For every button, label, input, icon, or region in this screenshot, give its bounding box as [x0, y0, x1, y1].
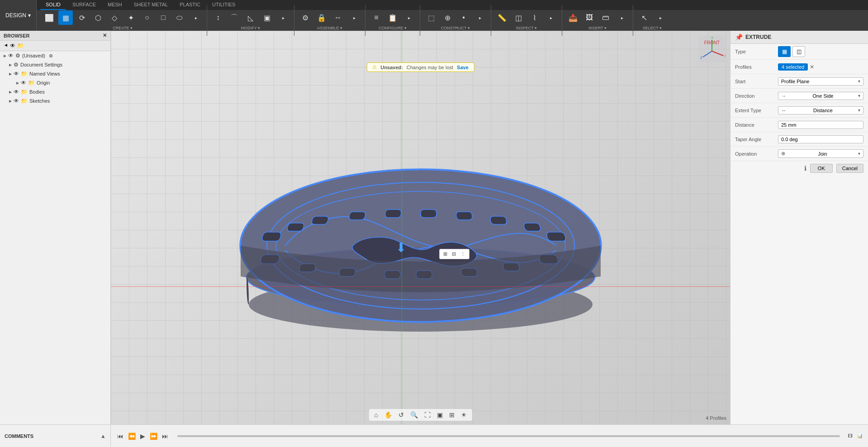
svg-rect-13 [523, 223, 541, 231]
taper-input[interactable] [778, 135, 863, 143]
create-more-icon[interactable]: ▸ [189, 10, 203, 25]
offset-plane-icon[interactable]: ⬚ [424, 10, 438, 25]
decal-icon[interactable]: 🖼 [582, 10, 597, 25]
timeline-start-icon[interactable]: ⏮ [116, 432, 124, 441]
fit-icon[interactable]: ⛶ [422, 410, 432, 419]
profiles-badge[interactable]: 4 selected [778, 63, 808, 71]
grid-icon[interactable]: ⊞ [447, 410, 456, 419]
type-surface-btn[interactable]: ◫ [792, 46, 805, 57]
timeline-next-icon[interactable]: ⏩ [149, 432, 158, 441]
thread-icon[interactable]: ⬭ [172, 10, 187, 25]
measure-icon[interactable]: 📏 [495, 10, 509, 25]
operation-icon: ⊕ [781, 151, 785, 157]
operation-row: Operation ⊕ Join ▾ [730, 147, 868, 161]
select-icon[interactable]: ↖ [637, 10, 651, 25]
section-analysis-icon[interactable]: ◫ [511, 10, 526, 25]
timeline-icon-a[interactable]: 🎞 [848, 433, 853, 438]
joint-icon[interactable]: ⚙ [298, 10, 313, 25]
insert-more-icon[interactable]: ▸ [615, 10, 629, 25]
mini-menu-icon[interactable]: ⋮ [459, 250, 467, 258]
timeline-icon-b[interactable]: 📊 [857, 433, 863, 438]
browser-item-unsaved[interactable]: ▶ 👁 ⚙ (Unsaved) ⚙ [0, 51, 110, 60]
viewport[interactable]: ⬇ ⊞ ⊟ ⋮ ⚠ Unsaved: Changes may be lost S… [111, 31, 730, 424]
browser-back-icon[interactable]: ◄ [4, 43, 8, 49]
display-icon[interactable]: ▣ [435, 410, 445, 419]
cancel-button[interactable]: Cancel [836, 164, 863, 173]
browser-item-sketches[interactable]: ▶ 👁 📁 Sketches [0, 96, 110, 105]
assemble-more-icon[interactable]: ▸ [347, 10, 361, 25]
comments-collapse-btn[interactable]: ▲ [100, 433, 106, 439]
profiles-control: 4 selected ✕ [778, 63, 863, 71]
browser-folder-icon[interactable]: 📁 [17, 43, 24, 49]
press-pull-icon[interactable]: ↕ [211, 10, 225, 25]
browser-label-unsaved: (Unsaved) [22, 53, 45, 58]
select-more-icon[interactable]: ▸ [653, 10, 668, 25]
new-body-icon[interactable]: ⬜ [42, 10, 57, 25]
timeline-end-icon[interactable]: ⏭ [161, 432, 169, 441]
svg-rect-12 [489, 216, 507, 224]
comments-title: COMMENTS [5, 433, 33, 439]
type-solid-btn[interactable]: ▦ [778, 46, 791, 57]
zoom-icon[interactable]: 🔍 [408, 410, 420, 419]
extent-label: Extent Type [735, 108, 778, 113]
rigid-icon[interactable]: 🔒 [314, 10, 329, 25]
section-inspect: 📏 ◫ ⌇ ▸ INSPECT ▾ [491, 5, 562, 36]
operation-arrow-icon: ▾ [858, 151, 860, 156]
taper-control [778, 135, 863, 143]
motion-icon[interactable]: ↔ [331, 10, 345, 25]
save-button[interactable]: Save [457, 65, 469, 70]
timeline-prev-icon[interactable]: ⏪ [127, 432, 137, 441]
pin-icon[interactable]: 📌 [735, 33, 743, 41]
revolve-icon[interactable]: ⟳ [75, 10, 89, 25]
home-view-icon[interactable]: ⌂ [372, 410, 379, 419]
svg-text:Z: Z [700, 56, 702, 60]
hole-icon[interactable]: □ [156, 10, 171, 25]
loft-icon[interactable]: ◇ [107, 10, 122, 25]
param-icon[interactable]: ≡ [369, 10, 384, 25]
fillet-icon[interactable]: ⌒ [227, 10, 242, 25]
profiles-label: Profiles [735, 64, 778, 70]
mini-toolbar[interactable]: ⊞ ⊟ ⋮ [439, 249, 470, 259]
distance-input[interactable] [778, 121, 863, 129]
timeline-play-icon[interactable]: ▶ [139, 432, 146, 441]
inspect-more-icon[interactable]: ▸ [544, 10, 558, 25]
shell-icon[interactable]: ▣ [260, 10, 274, 25]
rib-icon[interactable]: ✦ [123, 10, 138, 25]
sweep-icon[interactable]: ⬡ [91, 10, 105, 25]
operation-dropdown[interactable]: ⊕ Join ▾ [778, 149, 863, 158]
axis-icon[interactable]: ⊕ [440, 10, 455, 25]
operation-label: Operation [735, 151, 778, 157]
distance-row: Distance [730, 118, 868, 132]
browser-item-bodies[interactable]: ▶ 👁 📁 Bodies [0, 87, 110, 96]
timeline-bar[interactable] [177, 435, 840, 437]
direction-dropdown[interactable]: → One Side ▾ [778, 92, 863, 100]
import-mesh-icon[interactable]: 📥 [566, 10, 580, 25]
web-icon[interactable]: ○ [140, 10, 154, 25]
start-dropdown[interactable]: Profile Plane ▾ [778, 77, 863, 86]
start-value: Profile Plane [781, 79, 809, 84]
curvature-icon[interactable]: ⌇ [527, 10, 542, 25]
orbit-icon[interactable]: ↺ [397, 410, 406, 419]
section-configure: ≡ 📋 ▸ CONFIGURE ▾ [365, 5, 420, 36]
browser-item-namedviews[interactable]: ▶ 👁 📁 Named Views [0, 69, 110, 78]
rule-icon[interactable]: 📋 [385, 10, 400, 25]
mini-icon-1[interactable]: ⊞ [441, 250, 449, 258]
chamfer-icon[interactable]: ◺ [243, 10, 258, 25]
mini-icon-2[interactable]: ⊟ [450, 250, 458, 258]
profiles-clear-btn[interactable]: ✕ [810, 64, 814, 70]
browser-item-origin[interactable]: ▶ 👁 📁 Origin [0, 78, 110, 87]
canvas-icon[interactable]: 🗃 [598, 10, 613, 25]
design-menu[interactable]: DESIGN ▾ [0, 0, 37, 31]
point-icon[interactable]: • [456, 10, 471, 25]
pan-icon[interactable]: ✋ [383, 410, 394, 419]
construct-more-icon[interactable]: ▸ [473, 10, 487, 25]
extent-dropdown[interactable]: ↔ Distance ▾ [778, 106, 863, 114]
browser-item-docsettings[interactable]: ▶ ⚙ Document Settings [0, 60, 110, 69]
modify-more-icon[interactable]: ▸ [276, 10, 290, 25]
config-more-icon[interactable]: ▸ [402, 10, 416, 25]
ok-button[interactable]: OK [810, 164, 833, 173]
extrude-icon[interactable]: ▦ [58, 10, 73, 25]
env-icon[interactable]: ☀ [459, 410, 469, 419]
direction-arrow-icon: ▾ [858, 93, 860, 98]
browser-eye-icon[interactable]: 👁 [10, 43, 15, 49]
